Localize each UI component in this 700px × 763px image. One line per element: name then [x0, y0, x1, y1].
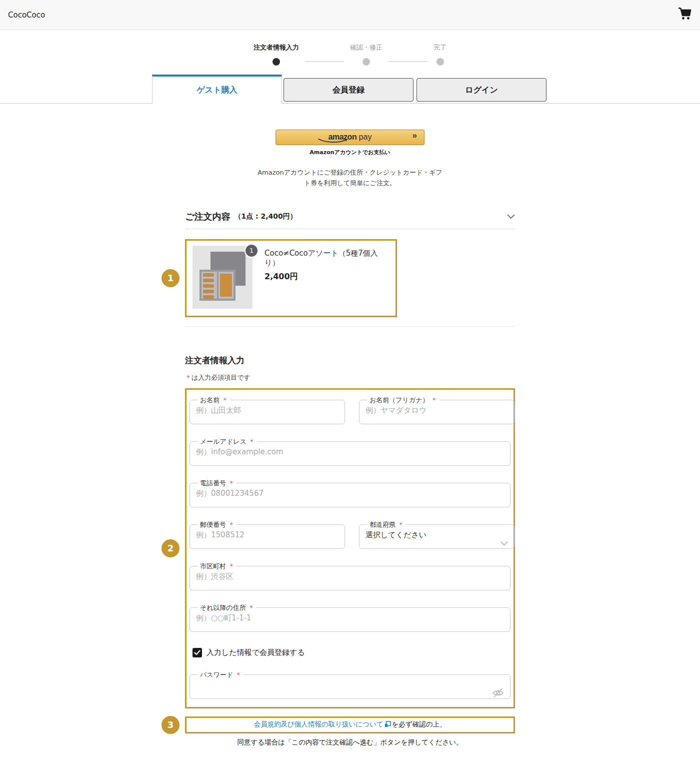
step-confirm: 確認・修正	[350, 43, 382, 66]
amazon-arrow: »	[412, 131, 417, 141]
product-cookies	[202, 272, 217, 299]
checkout-progress: 注文者情報入力 確認・修正 完了	[0, 30, 700, 75]
terms-link[interactable]: 会員規約及び個人情報の取り扱いについて	[254, 720, 384, 728]
order-contents-toggle[interactable]: ご注文内容 （1点 : 2,400円）	[185, 211, 515, 223]
checkout-main: amazon pay » Amazonアカウントでお支払い Amazonアカウン…	[185, 104, 515, 763]
tab-login[interactable]: ログイン	[416, 78, 546, 102]
prefecture-label: 都道府県 ＊	[368, 520, 406, 529]
legal-section: 3 会員規約及び個人情報の取り扱いについてを必ず確認の上、 同意する場合は「この…	[185, 716, 515, 747]
step-dot-active	[272, 58, 280, 66]
zip-label: 郵便番号 ＊	[198, 520, 236, 529]
step-connector	[305, 61, 344, 62]
email-input[interactable]	[196, 446, 504, 461]
prefecture-select[interactable]: 都道府県 ＊ 選択してください	[359, 520, 514, 549]
site-header: CocoCoco	[0, 0, 700, 30]
cart-icon	[676, 7, 692, 23]
amazon-pay-caption: Amazonアカウントでお支払い	[185, 149, 515, 156]
password-input[interactable]	[196, 679, 504, 694]
external-link-icon	[384, 721, 391, 729]
step-dot	[362, 58, 370, 66]
amazon-pay-section: amazon pay » Amazonアカウントでお支払い Amazonアカウン…	[185, 130, 515, 189]
annotation-marker-3: 3	[162, 716, 180, 734]
product-price: 2,400円	[264, 272, 390, 282]
annotated-region-2-form: 2 お名前 ＊ お名前（フリガナ） ＊ メールアドレス ＊	[185, 388, 515, 708]
step-order-info: 注文者情報入力	[254, 43, 299, 66]
legal-line2: 同意する場合は「この内容で注文確認へ進む」ボタンを押してください。	[185, 738, 515, 747]
quantity-badge: 1	[244, 244, 258, 258]
name-field[interactable]: お名前 ＊	[190, 396, 345, 424]
amazon-smile-icon	[318, 139, 349, 143]
product-name: Coco≠Cocoアソート（5種7個入り）	[264, 249, 390, 268]
step-label: 確認・修正	[350, 43, 382, 52]
product-image: 1	[192, 246, 252, 309]
amazon-pay-description: Amazonアカウントにご登録の住所・クレジットカード・ギフト券を利用して簡単に…	[255, 167, 445, 189]
step-dot	[436, 58, 444, 66]
city-input[interactable]	[196, 571, 504, 586]
register-checkbox-label: 入力した情報で会員登録する	[206, 648, 305, 657]
phone-input[interactable]	[196, 488, 504, 503]
order-contents-section: ご注文内容 （1点 : 2,400円） 1	[185, 211, 515, 327]
annotated-region-3-terms: 3 会員規約及び個人情報の取り扱いについてを必ず確認の上、	[185, 716, 515, 733]
address2-input[interactable]	[196, 612, 504, 627]
phone-field[interactable]: 電話番号 ＊	[190, 479, 510, 507]
chevron-down-icon	[507, 213, 515, 221]
order-divider-top	[185, 229, 515, 229]
zip-input[interactable]	[196, 529, 338, 544]
product-box-open	[200, 270, 236, 301]
required-note: ＊は入力必須項目です	[185, 373, 515, 382]
tab-guest-purchase[interactable]: ゲスト購入	[152, 75, 282, 104]
name-input[interactable]	[196, 405, 338, 420]
step-label: 注文者情報入力	[254, 43, 299, 52]
password-field[interactable]: パスワード ＊	[190, 670, 510, 699]
brand-logo[interactable]: CocoCoco	[8, 11, 45, 20]
tab-member-register[interactable]: 会員登録	[284, 78, 414, 102]
address2-field[interactable]: それ以降の住所 ＊	[190, 603, 510, 632]
city-field[interactable]: 市区町村 ＊	[190, 562, 510, 590]
order-item-info: Coco≠Cocoアソート（5種7個入り） 2,400円	[264, 246, 390, 309]
checkbox-checked-icon[interactable]	[192, 648, 202, 657]
form-title: 注文者情報入力	[185, 355, 515, 366]
phone-label: 電話番号 ＊	[198, 479, 236, 488]
order-contents-title: ご注文内容	[185, 211, 230, 223]
eye-off-icon[interactable]	[492, 687, 504, 700]
step-connector	[388, 61, 428, 62]
zip-field[interactable]: 郵便番号 ＊	[190, 520, 345, 549]
register-checkbox-row[interactable]: 入力した情報で会員登録する	[192, 648, 510, 657]
legal-line: 会員規約及び個人情報の取り扱いについてを必ず確認の上、	[254, 720, 446, 728]
email-field[interactable]: メールアドレス ＊	[190, 437, 510, 466]
order-contents-summary: （1点 : 2,400円）	[234, 212, 296, 221]
address2-label: それ以降の住所 ＊	[198, 603, 256, 612]
product-pack	[218, 272, 234, 299]
name-label: お名前 ＊	[198, 396, 230, 405]
step-complete: 完了	[434, 43, 446, 66]
purchase-tabbar: ゲスト購入 会員登録 ログイン	[0, 75, 700, 104]
orderer-info-section: 注文者情報入力 ＊は入力必須項目です 2 お名前 ＊ お名前（フリガナ） ＊	[185, 355, 515, 708]
kana-input[interactable]	[366, 405, 508, 420]
email-label: メールアドレス ＊	[198, 437, 257, 446]
legal-after-link: を必ず確認の上、	[392, 720, 446, 728]
kana-label: お名前（フリガナ） ＊	[368, 396, 440, 405]
annotated-region-1-order-item: 1 1	[185, 239, 397, 317]
password-label: パスワード ＊	[198, 670, 244, 679]
kana-field[interactable]: お名前（フリガナ） ＊	[359, 396, 514, 424]
prefecture-selected-value: 選択してください	[366, 529, 508, 545]
annotation-marker-1: 1	[162, 269, 180, 287]
cart-button[interactable]	[675, 6, 693, 24]
order-divider-bottom	[185, 326, 515, 327]
chevron-down-icon	[500, 539, 508, 547]
step-label: 完了	[434, 43, 446, 52]
amazon-pay-button[interactable]: amazon pay »	[276, 130, 424, 145]
city-label: 市区町村 ＊	[198, 562, 236, 571]
annotation-marker-2: 2	[162, 539, 180, 557]
order-item-row: 1 Coco≠Cocoアソート（5種7個入り） 2,400円	[192, 246, 390, 309]
